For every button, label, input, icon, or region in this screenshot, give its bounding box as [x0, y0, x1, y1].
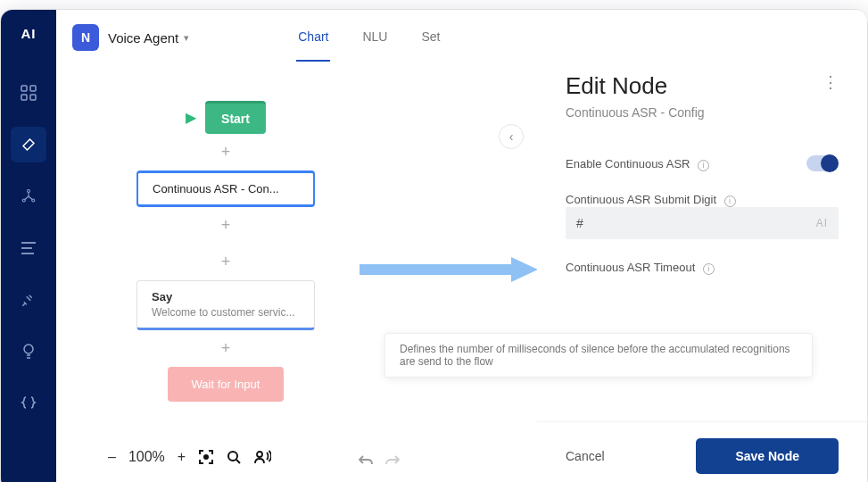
node-say[interactable]: Say Welcome to customer servic... — [136, 280, 315, 330]
input-value: # — [576, 216, 583, 230]
logo: AI — [21, 26, 37, 41]
field-submit-digit-label: Continuous ASR Submit Digit — [566, 193, 716, 206]
node-continuous-asr[interactable]: Continuous ASR - Con... — [136, 170, 315, 207]
zoom-search-icon[interactable] — [227, 450, 241, 464]
main-tabs: Chart NLU Set — [296, 13, 442, 62]
add-node-button[interactable]: + — [221, 216, 231, 235]
agent-chip[interactable]: N — [72, 24, 99, 51]
nav-list-icon[interactable] — [11, 230, 46, 266]
add-node-button[interactable]: + — [221, 253, 231, 271]
panel-more-icon[interactable]: ⋮ — [823, 72, 839, 92]
panel-footer: Cancel Save Node — [537, 421, 867, 482]
zoom-level: 100% — [128, 449, 165, 465]
svg-point-18 — [204, 455, 208, 459]
info-icon[interactable]: i — [703, 263, 715, 275]
edit-node-panel: Edit Node Continuous ASR - Config ⋮ Enab… — [537, 10, 867, 482]
collapse-panel-button[interactable]: ‹ — [499, 124, 524, 149]
save-node-button[interactable]: Save Node — [696, 438, 839, 474]
play-icon[interactable]: ▶ — [186, 109, 196, 126]
info-icon[interactable]: i — [698, 160, 709, 171]
fit-screen-icon[interactable] — [198, 449, 214, 465]
zoom-out-button[interactable]: – — [108, 449, 116, 465]
left-sidebar: AI — [1, 10, 56, 482]
nav-bulb-icon[interactable] — [11, 334, 46, 370]
field-enable-asr-label: Enable Continuous ASR — [566, 157, 690, 170]
node-wait-for-input[interactable]: Wait for Input — [168, 367, 284, 402]
undo-button[interactable] — [358, 454, 374, 467]
caret-down-icon[interactable]: ▾ — [184, 32, 189, 44]
nav-grid-icon[interactable] — [11, 75, 46, 111]
agent-name[interactable]: Voice Agent — [108, 30, 178, 46]
node-label: Continuous ASR - Con... — [153, 182, 299, 195]
zoom-in-button[interactable]: + — [178, 449, 186, 465]
voice-preview-icon[interactable] — [253, 450, 271, 464]
tooltip-timeout: Defines the number of milliseconds of si… — [384, 333, 813, 378]
node-subtitle: Welcome to customer servic... — [152, 306, 300, 319]
nav-hammer-icon[interactable] — [11, 127, 46, 162]
ai-chip-icon: AI — [816, 217, 828, 229]
svg-point-4 — [28, 190, 30, 193]
nav-plug-icon[interactable] — [11, 282, 46, 318]
node-title: Say — [152, 290, 300, 303]
tab-set[interactable]: Set — [419, 13, 442, 62]
zoom-controls: – 100% + — [99, 444, 280, 470]
svg-point-19 — [228, 452, 237, 461]
tab-chart[interactable]: Chart — [296, 13, 330, 62]
svg-rect-0 — [21, 86, 27, 91]
nav-braces-icon[interactable] — [11, 386, 46, 421]
tab-nlu[interactable]: NLU — [360, 13, 389, 62]
annotation-arrow — [360, 257, 538, 280]
redo-button[interactable] — [384, 454, 401, 467]
start-node[interactable]: Start — [205, 101, 266, 134]
svg-point-21 — [257, 452, 262, 457]
svg-rect-2 — [21, 95, 27, 100]
submit-digit-input[interactable]: # AI — [566, 207, 839, 239]
svg-rect-3 — [30, 95, 36, 100]
undo-redo — [358, 454, 401, 467]
add-node-button[interactable]: + — [221, 143, 231, 162]
nav-tree-icon[interactable] — [11, 179, 46, 214]
info-icon[interactable]: i — [724, 195, 736, 207]
svg-rect-1 — [30, 86, 36, 91]
panel-title: Edit Node — [566, 72, 705, 100]
toggle-enable-asr[interactable] — [806, 155, 839, 171]
add-node-button[interactable]: + — [221, 339, 231, 358]
panel-subtitle: Continuous ASR - Config — [566, 105, 705, 120]
cancel-button[interactable]: Cancel — [566, 449, 605, 463]
flow-column: ▶ Start + Continuous ASR - Con... + + Sa… — [136, 101, 315, 402]
field-timeout-label: Continuous ASR Timeout — [566, 261, 695, 274]
svg-point-10 — [24, 345, 33, 353]
svg-line-20 — [236, 460, 240, 463]
